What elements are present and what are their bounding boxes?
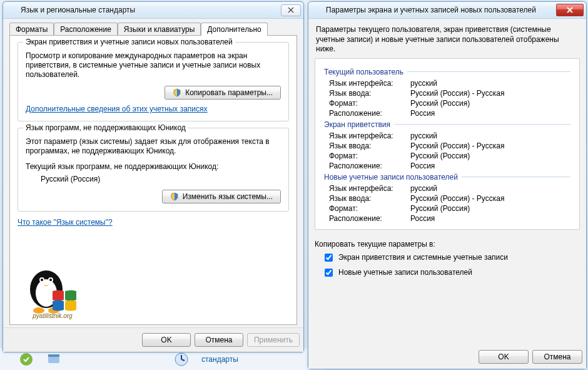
value-location-1: Россия	[410, 162, 570, 170]
ok-button[interactable]: OK	[142, 333, 191, 347]
uac-shield-icon	[173, 88, 181, 97]
value-ui-lang-2: русский	[410, 184, 570, 193]
accounts-info-link[interactable]: Дополнительные сведения об этих учетных …	[26, 105, 208, 113]
svg-point-0	[20, 353, 33, 366]
section-new-users-label: Новые учетные записи пользователей	[324, 173, 458, 182]
welcome-title-icon	[312, 5, 322, 15]
cb-welcome-screen-row[interactable]: Экран приветствия и системные учетные за…	[322, 252, 580, 264]
cancel-button[interactable]: Отмена	[195, 333, 243, 347]
nonunicode-desc: Этот параметр (язык системы) задает язык…	[26, 137, 281, 156]
copy-settings-label: Копировать параметры...	[185, 88, 273, 97]
group-legend-nonunicode: Язык программ, не поддерживающих Юникод	[23, 123, 188, 132]
group-welcome-screen: Экран приветствия и учетные записи новых…	[18, 42, 289, 121]
cb-welcome-label: Экран приветствия и системные учетные за…	[338, 253, 508, 262]
section-current-user: Текущий пользователь	[324, 68, 570, 76]
tabs: Форматы Расположение Языки и клавиатуры …	[9, 23, 297, 36]
copy-to-label: Копировать текущие параметры в:	[315, 240, 580, 249]
close-button-red[interactable]	[556, 4, 584, 16]
welcome-dialog-buttons: OK Отмена	[308, 345, 586, 369]
svg-point-13	[49, 279, 52, 281]
svg-rect-2	[48, 354, 59, 357]
bg-icon-1	[19, 352, 34, 367]
cb-welcome-screen[interactable]	[325, 254, 333, 262]
tab-administrative[interactable]: Дополнительно	[201, 23, 267, 36]
intro-text: Параметры текущего пользователя, экран п…	[316, 25, 579, 54]
desktop: { "window1": { "title": "Язык и регионал…	[0, 0, 588, 370]
change-system-locale-button[interactable]: Изменить язык системы...	[162, 190, 281, 203]
apply-button: Применить	[247, 333, 300, 347]
bg-label: стандарты	[201, 355, 238, 364]
titlebar-welcome[interactable]: Параметры экрана и учетных записей новых…	[308, 2, 586, 19]
tab-location[interactable]: Расположение	[54, 23, 118, 36]
change-locale-label: Изменить язык системы...	[183, 192, 273, 201]
welcome-desc: Просмотр и копирование международных пар…	[26, 51, 281, 80]
value-input-lang-2: Русский (Россия) - Русская	[410, 194, 570, 203]
section-new-users: Новые учетные записи пользователей	[324, 173, 570, 182]
region-title: Язык и региональные стандарты	[21, 6, 277, 14]
region-dialog-buttons: OK Отмена Применить	[3, 327, 303, 352]
current-locale-label: Текущий язык программ, не поддерживающих…	[26, 162, 281, 171]
value-ui-lang-0: русский	[410, 79, 570, 88]
value-format-1: Русский (Россия)	[410, 152, 570, 160]
group-nonunicode: Язык программ, не поддерживающих Юникод …	[18, 128, 289, 212]
cb-new-users-label: Новые учетные записи пользователей	[338, 268, 472, 277]
group-legend-welcome: Экран приветствия и учетные записи новых…	[23, 38, 235, 46]
value-input-lang-1: Русский (Россия) - Русская	[410, 141, 570, 150]
watermark-logo: pyatilistnik.org	[21, 263, 84, 319]
cb-new-users-row[interactable]: Новые учетные записи пользователей	[322, 267, 580, 279]
uac-shield-icon-2	[170, 192, 179, 201]
value-ui-lang-1: русский	[410, 131, 570, 140]
value-input-lang-0: Русский (Россия) - Русская	[410, 89, 570, 98]
region-language-window: Язык и региональные стандарты Форматы Ра…	[3, 1, 304, 352]
value-location-2: Россия	[410, 214, 570, 223]
value-location-0: Россия	[410, 109, 570, 118]
titlebar-region[interactable]: Язык и региональные стандарты	[3, 2, 303, 19]
value-format-0: Русский (Россия)	[410, 99, 570, 108]
tab-keyboards[interactable]: Языки и клавиатуры	[118, 23, 201, 36]
bg-icon-3	[174, 352, 189, 367]
tab-body-administrative: Экран приветствия и учетные записи новых…	[9, 35, 297, 325]
bg-icon-2	[46, 352, 61, 367]
welcome-settings-window: Параметры экрана и учетных записей новых…	[308, 1, 587, 369]
label-input-lang: Язык ввода:	[329, 89, 410, 98]
accounts-panel: Текущий пользователь Язык интерфейса:рус…	[315, 58, 580, 230]
region-title-icon	[7, 5, 17, 15]
cb-new-users[interactable]	[325, 269, 333, 277]
label-ui-lang: Язык интерфейса:	[329, 79, 410, 88]
label-format: Формат:	[329, 99, 410, 108]
value-format-2: Русский (Россия)	[410, 204, 570, 213]
what-is-system-locale-link[interactable]: Что такое "Язык системы"?	[18, 218, 113, 227]
copy-settings-button[interactable]: Копировать параметры...	[165, 86, 281, 100]
section-welcome-screen-label: Экран приветствия	[324, 120, 390, 129]
close-button[interactable]	[281, 4, 301, 16]
section-current-user-label: Текущий пользователь	[324, 68, 403, 76]
welcome-title: Параметры экрана и учетных записей новых…	[326, 6, 552, 14]
section-welcome-screen: Экран приветствия	[324, 120, 570, 129]
ok-button-2[interactable]: OK	[479, 350, 529, 364]
copy-to-section: Копировать текущие параметры в: Экран пр…	[315, 240, 580, 282]
label-location: Расположение:	[329, 109, 410, 118]
svg-point-11	[41, 279, 43, 281]
current-locale-value: Русский (Россия)	[41, 175, 281, 183]
tab-formats[interactable]: Форматы	[9, 23, 54, 36]
cancel-button-2[interactable]: Отмена	[532, 350, 582, 364]
